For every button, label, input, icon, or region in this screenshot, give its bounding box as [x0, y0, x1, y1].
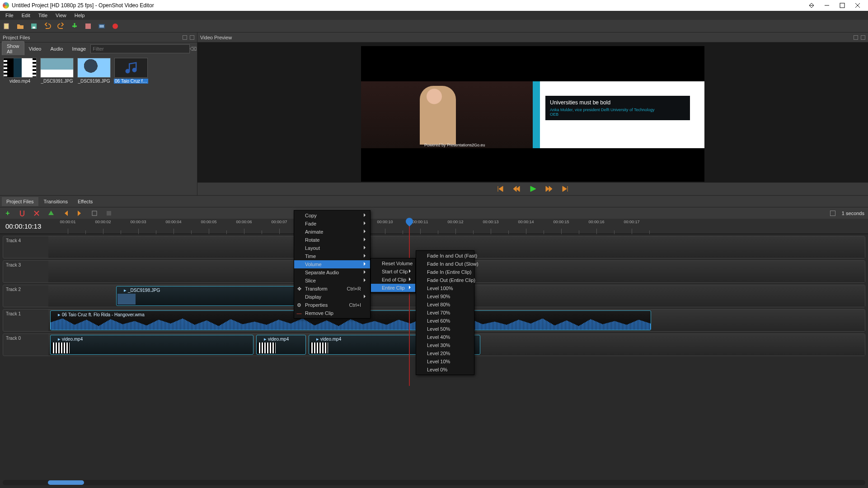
restore-down-extra-icon[interactable]	[804, 0, 819, 11]
menubar: File Edit Title View Help	[0, 11, 868, 20]
undo-icon[interactable]	[43, 22, 52, 30]
svg-point-10	[113, 23, 118, 29]
export-icon[interactable]	[111, 22, 119, 30]
panel-undock-icon[interactable]	[854, 35, 858, 40]
bottom-tabstrip: Project Files Transitions Effects	[0, 195, 868, 207]
add-track-icon[interactable]: +	[4, 209, 12, 217]
menu-help[interactable]: Help	[71, 12, 89, 19]
menu-view[interactable]: View	[52, 12, 70, 19]
redo-icon[interactable]	[57, 22, 65, 30]
menu-item[interactable]: Copy	[294, 211, 370, 220]
menu-item[interactable]: Layout	[294, 244, 370, 252]
menu-item[interactable]: Entire Clip	[371, 284, 415, 292]
ruler-label: 00:00:11	[412, 220, 428, 224]
menu-item[interactable]: Level 10%	[416, 357, 474, 366]
clear-filter-icon[interactable]: ⌫	[190, 45, 197, 53]
menu-item[interactable]: Level 40%	[416, 333, 474, 341]
svg-rect-4	[4, 23, 9, 29]
menu-item[interactable]: Level 90%	[416, 292, 474, 300]
snap-icon[interactable]	[18, 209, 26, 217]
app-logo-icon	[3, 2, 9, 9]
menu-item[interactable]: Display	[294, 293, 370, 301]
pf-tab-video[interactable]: Video	[24, 44, 46, 53]
maximize-button[interactable]	[835, 0, 850, 11]
panel-undock-icon[interactable]	[183, 35, 187, 40]
jump-start-icon[interactable]	[496, 185, 504, 193]
menu-item[interactable]: Fade In and Out (Slow)	[416, 260, 474, 268]
clip-label: ▸ video.mp4	[51, 335, 253, 343]
zoom-checkbox[interactable]	[830, 211, 835, 216]
menu-item[interactable]: Separate Audio	[294, 268, 370, 277]
prev-marker-icon[interactable]	[61, 209, 70, 217]
profile-icon[interactable]	[84, 22, 92, 30]
save-project-icon[interactable]	[30, 22, 38, 30]
menu-item[interactable]: Level 80%	[416, 300, 474, 309]
menu-item[interactable]: Reset Volume	[371, 259, 415, 267]
fast-forward-icon[interactable]	[545, 185, 553, 193]
timeline-ruler[interactable]: 00:00:10:13 00:00:0100:00:0200:00:0300:0…	[0, 219, 868, 234]
menu-item[interactable]: —Remove Clip	[294, 309, 370, 317]
menu-item[interactable]: Slice	[294, 277, 370, 285]
menu-item[interactable]: ⚙PropertiesCtrl+I	[294, 301, 370, 309]
panel-close-icon[interactable]	[861, 35, 865, 40]
scrollbar-thumb[interactable]	[48, 480, 84, 485]
menu-item[interactable]: Level 30%	[416, 341, 474, 349]
pf-tab-image[interactable]: Image	[68, 44, 91, 53]
tab-transitions[interactable]: Transitions	[39, 197, 72, 206]
menu-file[interactable]: File	[2, 12, 17, 19]
tab-effects[interactable]: Effects	[73, 197, 97, 206]
filter-input[interactable]	[90, 44, 190, 53]
menu-item[interactable]: Fade In (Entire Clip)	[416, 268, 474, 276]
panel-close-icon[interactable]	[190, 35, 194, 40]
menu-item[interactable]: Volume	[294, 260, 370, 268]
menu-item[interactable]: Level 50%	[416, 325, 474, 333]
pf-tab-show-all[interactable]: Show All	[2, 41, 24, 56]
menu-item[interactable]: Animate	[294, 228, 370, 236]
playhead[interactable]	[409, 219, 410, 386]
context-submenu-entire-clip: Fade In and Out (Fast)Fade In and Out (S…	[416, 250, 474, 375]
menu-item[interactable]: Fade	[294, 220, 370, 228]
open-project-icon[interactable]	[16, 22, 24, 30]
razor-icon[interactable]	[33, 209, 41, 217]
file-item[interactable]: video.mp4	[3, 58, 37, 84]
file-item[interactable]: _DSC9198.JPG	[77, 58, 111, 84]
fullscreen-icon[interactable]	[98, 22, 106, 30]
timeline-scrollbar[interactable]	[3, 480, 865, 485]
close-button[interactable]	[850, 0, 865, 11]
tab-project-files[interactable]: Project Files	[2, 197, 38, 206]
menu-item[interactable]: Level 0%	[416, 366, 474, 374]
import-files-icon[interactable]	[70, 22, 79, 30]
menu-item[interactable]: Level 100%	[416, 284, 474, 292]
menu-title[interactable]: Title	[35, 12, 51, 19]
menu-item[interactable]: Fade In and Out (Fast)	[416, 252, 474, 260]
menu-edit[interactable]: Edit	[18, 12, 34, 19]
clip[interactable]: ▸ video.mp4	[256, 335, 306, 355]
marker-icon[interactable]	[47, 209, 55, 217]
jump-end-icon[interactable]	[561, 185, 569, 193]
menu-item[interactable]: End of Clip	[371, 276, 415, 284]
svg-rect-6	[33, 27, 35, 28]
menu-item[interactable]: Start of Clip	[371, 267, 415, 276]
clip[interactable]: ▸ video.mp4	[50, 335, 253, 355]
ruler-label: 00:00:04	[165, 220, 181, 224]
menu-item[interactable]: Level 70%	[416, 309, 474, 317]
menu-item[interactable]: ✥TransformCtrl+R	[294, 285, 370, 293]
minimize-button[interactable]	[819, 0, 835, 11]
pf-tab-audio[interactable]: Audio	[46, 44, 67, 53]
file-item[interactable]: _DSC9391.JPG	[40, 58, 74, 84]
ruler-label: 00:00:06	[236, 220, 252, 224]
menu-item[interactable]: Level 20%	[416, 349, 474, 357]
preview-video-frame[interactable]: Powered by Presentations2Go.eu Universit…	[361, 46, 704, 182]
next-marker-icon[interactable]	[76, 209, 84, 217]
file-item[interactable]: 06 Taio Cruz ft. ...	[114, 58, 148, 84]
menu-item[interactable]: Level 60%	[416, 317, 474, 325]
rewind-icon[interactable]	[512, 185, 521, 193]
toggle-icon[interactable]	[105, 209, 113, 217]
menu-item[interactable]: Time	[294, 252, 370, 260]
play-icon[interactable]	[529, 185, 537, 193]
video-preview-panel: Video Preview Powered by Presentations2G…	[197, 33, 868, 195]
center-playhead-icon[interactable]	[90, 209, 99, 217]
menu-item[interactable]: Rotate	[294, 236, 370, 244]
new-project-icon[interactable]	[3, 22, 11, 30]
menu-item[interactable]: Fade Out (Entire Clip)	[416, 276, 474, 284]
